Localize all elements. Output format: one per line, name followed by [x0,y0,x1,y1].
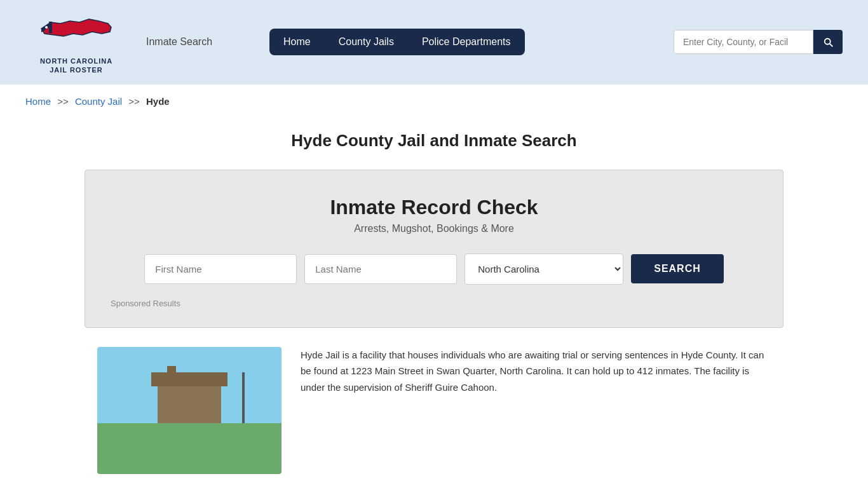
nc-logo-icon [35,10,118,54]
page-title-section: Hyde County Jail and Inmate Search [0,118,868,157]
header-search-area [674,30,843,54]
nav-police-departments-button[interactable]: Police Departments [408,29,525,55]
record-check-title: Inmate Record Check [111,196,757,219]
breadcrumb-county-jail-link[interactable]: County Jail [75,96,122,107]
svg-rect-4 [49,22,52,33]
description-section: Hyde Jail is a facility that houses indi… [85,347,783,474]
jail-image [97,347,281,474]
sponsored-results-label: Sponsored Results [111,299,757,308]
description-text: Hyde Jail is a facility that houses indi… [301,347,771,474]
last-name-input[interactable] [304,254,457,284]
record-check-box: Inmate Record Check Arrests, Mugshot, Bo… [85,170,783,328]
nav-home-button[interactable]: Home [269,29,325,55]
nav-county-jails-button[interactable]: County Jails [325,29,408,55]
breadcrumb-sep2: >> [128,96,140,107]
state-select[interactable]: AlabamaAlaskaArizonaArkansasCaliforniaCo… [465,254,623,285]
record-check-subtitle: Arrests, Mugshot, Bookings & More [111,223,757,234]
header-search-button[interactable] [813,30,843,54]
breadcrumb-current: Hyde [146,96,170,107]
logo-text: NORTH CAROLINA JAIL ROSTER [40,57,112,75]
record-check-form: AlabamaAlaskaArizonaArkansasCaliforniaCo… [111,254,757,285]
pole-shape [242,372,245,423]
svg-point-3 [45,26,48,29]
building-shape [158,385,221,423]
page-title: Hyde County Jail and Inmate Search [25,131,843,151]
header-search-input[interactable] [674,30,813,54]
breadcrumb-home-link[interactable]: Home [25,96,51,107]
search-icon [822,36,834,48]
first-name-input[interactable] [144,254,297,284]
breadcrumb: Home >> County Jail >> Hyde [0,85,868,118]
breadcrumb-sep1: >> [57,96,69,107]
logo-area: NORTH CAROLINA JAIL ROSTER [25,10,127,75]
main-nav: Home County Jails Police Departments [269,29,524,55]
record-search-button[interactable]: SEARCH [631,254,724,283]
inmate-search-label: Inmate Search [146,36,212,48]
site-header: NORTH CAROLINA JAIL ROSTER Inmate Search… [0,0,868,85]
